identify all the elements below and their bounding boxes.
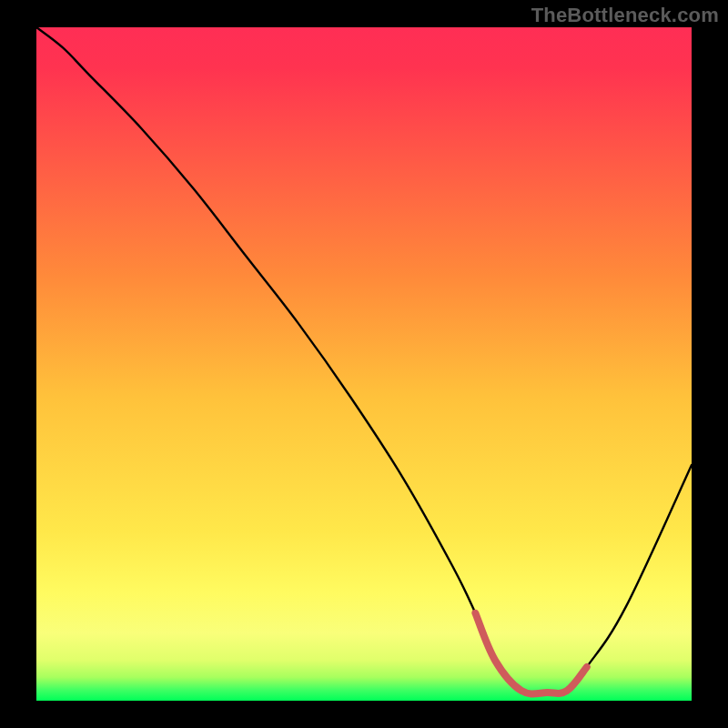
plot-background	[36, 27, 692, 701]
frame-left	[0, 0, 36, 728]
chart-stage: TheBottleneck.com	[0, 0, 728, 728]
frame-right	[692, 0, 728, 728]
bottleneck-chart	[0, 0, 728, 728]
frame-bottom	[0, 701, 728, 728]
watermark-text: TheBottleneck.com	[531, 4, 719, 27]
